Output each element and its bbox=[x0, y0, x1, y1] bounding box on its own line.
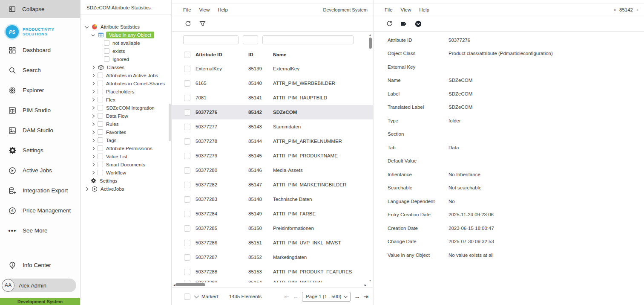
tree-item-checkbox[interactable] bbox=[98, 89, 103, 94]
horizontal-scrollbar-thumb[interactable] bbox=[175, 283, 205, 286]
tree-expander-expand-icon[interactable] bbox=[90, 90, 95, 93]
tree-item-rules[interactable]: Rules bbox=[80, 120, 171, 128]
tree-item-ignored[interactable]: Ignored bbox=[80, 55, 171, 63]
tree-expander-expand-icon[interactable] bbox=[90, 163, 95, 166]
last-page-icon[interactable]: ⇥ bbox=[363, 293, 368, 300]
tree-expander-expand-icon[interactable] bbox=[90, 66, 95, 69]
sidebar-item-search[interactable]: Search bbox=[0, 60, 80, 80]
row-checkbox[interactable] bbox=[184, 80, 190, 87]
marked-chevron-icon[interactable] bbox=[194, 293, 199, 298]
tree-item-attributes-in-comet-shares[interactable]: Attributes in Comet-Shares bbox=[80, 79, 171, 87]
sidebar-item-dashboard[interactable]: Dashboard bbox=[0, 40, 80, 60]
tree-item-attribute-permissions[interactable]: Attribute Permissions bbox=[80, 144, 171, 152]
tree-item-attribute-statistics[interactable]: Attribute Statistics bbox=[80, 23, 171, 31]
list-menu-file[interactable]: File bbox=[183, 7, 191, 12]
tree-item-checkbox[interactable] bbox=[98, 170, 103, 175]
first-page-icon[interactable]: ⇤ bbox=[284, 293, 289, 300]
row-checkbox[interactable] bbox=[184, 153, 190, 159]
table-row[interactable]: 5037727685142SDZeCOM bbox=[172, 105, 373, 119]
tree-item-checkbox[interactable] bbox=[104, 56, 109, 62]
table-row[interactable]: 5037727785143Stammdaten bbox=[172, 119, 373, 134]
tree-expander-expand-icon[interactable] bbox=[90, 147, 95, 150]
list-menu-help[interactable]: Help bbox=[218, 7, 228, 12]
tree-expander-expand-icon[interactable] bbox=[90, 115, 95, 117]
tree-item-settings[interactable]: Settings bbox=[80, 177, 171, 185]
table-row[interactable]: 5037728285147ATTR_PIM_MARKETINGBILDER bbox=[172, 177, 373, 192]
collapse-button[interactable]: Collapse bbox=[0, 0, 80, 18]
tree-expander-expand-icon[interactable] bbox=[90, 82, 95, 85]
scroll-down-icon[interactable]: ▾ bbox=[369, 279, 371, 282]
sidebar-item-pim-studio[interactable]: PIM Studio bbox=[0, 100, 80, 120]
tree-item-checkbox[interactable] bbox=[104, 48, 109, 54]
tree-expander-expand-icon[interactable] bbox=[90, 131, 95, 134]
tree-item-placeholders[interactable]: Placeholders bbox=[80, 87, 171, 96]
row-checkbox[interactable] bbox=[184, 211, 190, 217]
row-checkbox[interactable] bbox=[184, 124, 190, 130]
brand-logo[interactable]: PS PRODUCTIVITY SOLUTIONS bbox=[0, 18, 80, 40]
tree-item-sdzecom-integration[interactable]: SDZeCOM Integration bbox=[80, 104, 171, 112]
next-record-icon[interactable]: ▸ bbox=[637, 7, 639, 12]
tree-item-checkbox[interactable] bbox=[98, 105, 103, 110]
list-menu-view[interactable]: View bbox=[199, 7, 210, 12]
tree-item-checkbox[interactable] bbox=[98, 137, 103, 143]
row-checkbox[interactable] bbox=[184, 254, 190, 261]
detail-menu-view[interactable]: View bbox=[401, 7, 411, 12]
tree-expander-expand-icon[interactable] bbox=[90, 107, 95, 109]
user-menu[interactable]: AA Alex Admin bbox=[2, 279, 76, 292]
tree-item-checkbox[interactable] bbox=[98, 154, 103, 159]
next-page-icon[interactable]: → bbox=[354, 293, 360, 300]
table-row[interactable]: 5037728985154ATTR_PIM_MATERIAL bbox=[172, 279, 373, 282]
tree-item-checkbox[interactable] bbox=[98, 97, 103, 102]
page-select[interactable]: Page 1 (1 - 500) bbox=[302, 292, 351, 302]
row-checkbox[interactable] bbox=[184, 225, 190, 232]
tree-item-checkbox[interactable] bbox=[98, 113, 103, 119]
sidebar-item-settings[interactable]: Settings bbox=[0, 140, 80, 160]
column-header-name[interactable]: Name bbox=[273, 52, 373, 57]
sidebar-item-integration-export[interactable]: Integration Export bbox=[0, 180, 80, 200]
tree-item-favorites[interactable]: Favorites bbox=[80, 128, 171, 136]
table-row[interactable]: 5037727885144ATTR_PIM_ARTIKELNUMMER bbox=[172, 134, 373, 148]
row-checkbox[interactable] bbox=[184, 167, 190, 174]
refresh-button[interactable] bbox=[385, 20, 393, 28]
tree-item-activejobs[interactable]: ActiveJobs bbox=[80, 185, 171, 193]
row-checkbox[interactable] bbox=[184, 66, 190, 72]
previous-record-icon[interactable]: ◂ bbox=[613, 7, 615, 12]
filter-button[interactable] bbox=[198, 20, 206, 28]
header-select-all-checkbox[interactable] bbox=[184, 52, 190, 58]
row-checkbox[interactable] bbox=[184, 138, 190, 145]
tree-item-data-flow[interactable]: Data Flow bbox=[80, 112, 171, 120]
table-row[interactable]: 5037727985145ATTR_PIM_PRODUKTNAME bbox=[172, 148, 373, 163]
tree-expander-expand-icon[interactable] bbox=[90, 74, 95, 77]
tree-expander-expand-icon[interactable] bbox=[90, 139, 95, 142]
tree-expander-expand-icon[interactable] bbox=[84, 188, 89, 190]
column-header-id[interactable]: ID bbox=[248, 52, 273, 57]
tree-expander-expand-icon[interactable] bbox=[90, 171, 95, 174]
detail-menu-help[interactable]: Help bbox=[419, 7, 429, 12]
tree-expander-expand-icon[interactable] bbox=[90, 155, 95, 158]
tree-item-classes[interactable]: Classes bbox=[80, 63, 171, 71]
table-row[interactable]: ExternalKey85139ExternalKey bbox=[172, 61, 373, 76]
footer-select-all-checkbox[interactable] bbox=[184, 293, 190, 300]
tree-item-checkbox[interactable] bbox=[98, 81, 103, 86]
previous-page-icon[interactable]: ← bbox=[293, 293, 299, 300]
table-row[interactable]: 5037728785152Marketingdaten bbox=[172, 250, 373, 264]
tree-item-exists[interactable]: exists bbox=[80, 47, 171, 55]
tree-item-smart-documents[interactable]: Smart Documents bbox=[80, 160, 171, 168]
tree-expander-expand-icon[interactable] bbox=[90, 123, 95, 125]
tree-item-checkbox[interactable] bbox=[104, 40, 109, 46]
table-row[interactable]: 5037728485149ATTR_PIM_FARBE bbox=[172, 206, 373, 221]
tree-item-value-in-any-object[interactable]: Value in any Object bbox=[80, 31, 171, 39]
tree-expander-expand-icon[interactable] bbox=[90, 99, 95, 101]
circle-down-button[interactable] bbox=[414, 20, 422, 28]
row-checkbox[interactable] bbox=[184, 109, 190, 116]
tree-item-checkbox[interactable] bbox=[98, 121, 103, 127]
table-row[interactable]: 616585140ATTR_PIM_WERBEBILDER bbox=[172, 76, 373, 90]
sidebar-item-active-jobs[interactable]: Active Jobs bbox=[0, 160, 80, 180]
tree-item-flex[interactable]: Flex bbox=[80, 96, 171, 104]
tree-scrollbar-thumb[interactable] bbox=[169, 104, 171, 141]
sidebar-item-explorer[interactable]: Explorer bbox=[0, 80, 80, 100]
row-checkbox[interactable] bbox=[184, 95, 190, 101]
tree-item-attributes-in-active-jobs[interactable]: Attributes in Active Jobs bbox=[80, 71, 171, 79]
tree-item-tags[interactable]: Tags bbox=[80, 136, 171, 144]
refresh-button[interactable] bbox=[184, 20, 192, 28]
